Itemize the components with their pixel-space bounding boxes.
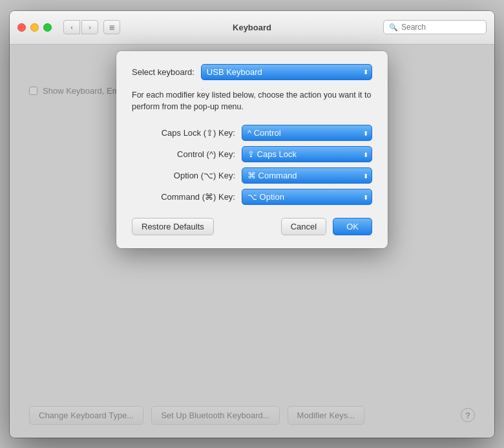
command-key-label: Command (⌘) Key: (132, 192, 235, 202)
modal-buttons: Restore Defaults Cancel OK (132, 218, 372, 235)
modifier-keys-table: Caps Lock (⇪) Key: ^ Control ⇪ Caps Lock… (132, 125, 372, 205)
minimize-button[interactable] (30, 23, 39, 32)
modifier-row-option: Option (⌥) Key: ^ Control ⇪ Caps Lock ⌥ … (132, 167, 372, 184)
modifier-row-control: Control (^) Key: ^ Control ⇪ Caps Lock ⌥… (132, 146, 372, 162)
search-input[interactable] (401, 23, 481, 32)
main-window: ‹ › ⊞ Keyboard 🔍 5 secs 10 secs 30 secs … (10, 11, 494, 438)
command-dropdown-wrapper: ^ Control ⇪ Caps Lock ⌥ Option ⌘ Command… (242, 189, 372, 205)
cancel-button[interactable]: Cancel (281, 218, 326, 235)
capslock-key-label: Caps Lock (⇪) Key: (132, 128, 235, 138)
forward-button[interactable]: › (81, 20, 98, 34)
close-button[interactable] (17, 23, 26, 32)
control-select[interactable]: ^ Control ⇪ Caps Lock ⌥ Option ⌘ Command… (242, 146, 372, 162)
search-bar[interactable]: 🔍 (383, 20, 487, 34)
control-key-label: Control (^) Key: (132, 149, 235, 159)
select-keyboard-row: Select keyboard: USB Keyboard ⬍ (132, 64, 372, 80)
command-select[interactable]: ^ Control ⇪ Caps Lock ⌥ Option ⌘ Command… (242, 189, 372, 205)
modal-right-buttons: Cancel OK (281, 218, 372, 235)
modal-description: For each modifier key listed below, choo… (132, 89, 372, 114)
grid-button[interactable]: ⊞ (103, 20, 120, 34)
search-icon: 🔍 (389, 23, 398, 32)
back-button[interactable]: ‹ (63, 20, 80, 34)
option-select[interactable]: ^ Control ⇪ Caps Lock ⌥ Option ⌘ Command… (242, 167, 372, 184)
option-dropdown-wrapper: ^ Control ⇪ Caps Lock ⌥ Option ⌘ Command… (242, 167, 372, 184)
modifier-keys-modal: Select keyboard: USB Keyboard ⬍ For each… (116, 51, 388, 249)
traffic-lights (17, 23, 52, 32)
capslock-dropdown-wrapper: ^ Control ⇪ Caps Lock ⌥ Option ⌘ Command… (242, 125, 372, 141)
select-keyboard-label: Select keyboard: (132, 67, 194, 77)
option-key-label: Option (⌥) Key: (132, 171, 235, 180)
modifier-row-capslock: Caps Lock (⇪) Key: ^ Control ⇪ Caps Lock… (132, 125, 372, 141)
nav-buttons: ‹ › (63, 20, 98, 34)
main-content: 5 secs 10 secs 30 secs 1 min 5 mins Neve… (10, 45, 494, 438)
control-dropdown-wrapper: ^ Control ⇪ Caps Lock ⌥ Option ⌘ Command… (242, 146, 372, 162)
window-title: Keyboard (233, 23, 271, 32)
maximize-button[interactable] (43, 23, 52, 32)
keyboard-dropdown-wrapper: USB Keyboard ⬍ (201, 64, 372, 80)
capslock-select[interactable]: ^ Control ⇪ Caps Lock ⌥ Option ⌘ Command… (242, 125, 372, 141)
restore-defaults-button[interactable]: Restore Defaults (132, 218, 214, 235)
grid-icon: ⊞ (109, 24, 114, 31)
modifier-row-command: Command (⌘) Key: ^ Control ⇪ Caps Lock ⌥… (132, 189, 372, 205)
modal-overlay: Select keyboard: USB Keyboard ⬍ For each… (10, 45, 494, 438)
ok-button[interactable]: OK (333, 218, 372, 235)
titlebar: ‹ › ⊞ Keyboard 🔍 (10, 11, 494, 45)
keyboard-select[interactable]: USB Keyboard (201, 64, 372, 80)
